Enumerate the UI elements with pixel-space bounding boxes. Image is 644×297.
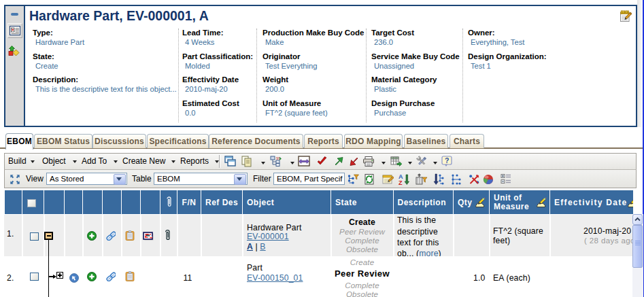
- svg-text:?: ?: [445, 156, 449, 164]
- svg-text:Z: Z: [399, 179, 403, 186]
